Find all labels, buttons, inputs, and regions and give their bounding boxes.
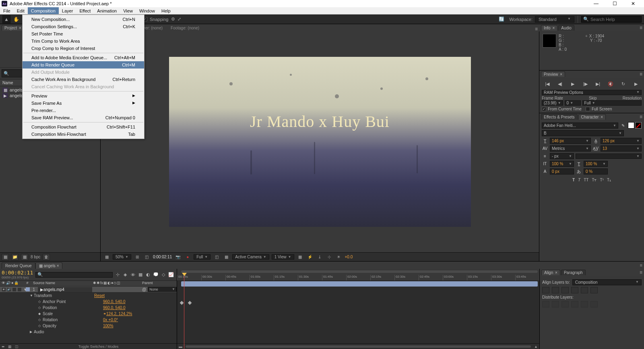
current-time[interactable]: 0:00:02:11 [153, 255, 172, 259]
view-layout-selector[interactable]: 1 View▼ [272, 254, 294, 260]
distribute-top-button[interactable] [542, 301, 549, 307]
bold-button[interactable]: T [572, 178, 575, 182]
pickwhip-icon[interactable]: @ [142, 287, 146, 292]
close-icon[interactable]: × [552, 26, 555, 30]
align-tab[interactable]: Align × [541, 270, 560, 275]
video-toggle[interactable]: 👁 [2, 287, 6, 292]
current-timecode[interactable]: 0:00:02:11 [2, 270, 32, 276]
panel-menu-icon[interactable]: ≡ [640, 71, 642, 77]
property-row[interactable]: ◇Anchor Point960.0, 540.0 [0, 299, 177, 305]
distribute-left-button[interactable] [571, 301, 578, 307]
transform-group[interactable]: Transform [34, 293, 94, 298]
snapping-options-icon[interactable]: ⚙ [171, 17, 175, 22]
preview-tab[interactable]: Preview × [541, 71, 565, 77]
layer-duration-bar[interactable] [181, 281, 538, 287]
stroke-style-select[interactable]: ▼ [576, 154, 642, 159]
horizontal-scale-input[interactable]: 100 %▼ [584, 161, 608, 167]
close-button[interactable]: ✕ [624, 0, 642, 7]
vertical-scale-input[interactable]: 100 %▼ [550, 161, 574, 167]
interpret-footage-button[interactable]: ▦ [2, 254, 9, 260]
name-column[interactable]: Name [2, 81, 13, 85]
layer-name[interactable]: ▶ angels.mp4 [38, 287, 92, 292]
zoom-selector[interactable]: 50%▼ [113, 254, 131, 260]
preview-resolution-select[interactable]: Full▼ [582, 100, 642, 106]
grid-icon[interactable]: ⊞ [134, 254, 141, 260]
comp-mini-flowchart-icon[interactable]: ⊹ [114, 272, 121, 278]
audio-toggle[interactable]: 🔊 [7, 287, 11, 292]
menu-animation[interactable]: Animation [94, 7, 120, 14]
minimize-button[interactable]: — [587, 0, 605, 7]
audio-tab[interactable]: Audio [558, 25, 574, 31]
smallcaps-button[interactable]: Tᴛ [592, 178, 597, 182]
menu-item[interactable]: Composition Mini-FlowchartTab [23, 131, 144, 138]
paragraph-tab[interactable]: Paragraph [561, 270, 586, 275]
close-icon[interactable]: × [19, 26, 21, 30]
distribute-hcenter-button[interactable] [581, 301, 588, 307]
snapping-toggle[interactable]: ✓ Snapping ⚙ ⤢ [143, 17, 181, 22]
tsume-input[interactable]: 0 % [584, 168, 608, 174]
camera-selector[interactable]: Active Camera▼ [232, 254, 269, 260]
menu-item[interactable]: Add Output Module [23, 69, 144, 76]
full-screen-checkbox[interactable]: Full Screen [586, 107, 612, 111]
timeline-tracks[interactable]: 00:15s00:30s00:45s01:00s01:15s01:30s01:4… [177, 269, 539, 349]
align-hcenter-button[interactable] [552, 287, 559, 293]
eyedropper-icon[interactable]: ✎ [620, 123, 626, 128]
align-top-button[interactable] [571, 287, 578, 293]
property-row[interactable]: ◇Position960.0, 540.0 [0, 305, 177, 311]
menu-window[interactable]: Window [136, 7, 158, 14]
toggle-switches-button[interactable]: Toggle Switches / Modes [22, 345, 175, 349]
mute-button[interactable]: 🔇 [607, 80, 615, 87]
effects-presets-tab[interactable]: Effects & Presets [541, 114, 578, 120]
close-icon[interactable]: × [560, 72, 562, 77]
menu-item[interactable]: Add to Render QueueCtrl+M [23, 61, 144, 69]
graph-editor-icon[interactable]: 📈 [168, 272, 174, 278]
from-current-time-checkbox[interactable]: ✓From Current Time [542, 107, 582, 111]
menu-item[interactable]: Crop Comp to Region of Interest [23, 45, 144, 52]
stopwatch-icon[interactable]: ◆ [37, 312, 42, 316]
menu-item[interactable]: Save Frame As▶ [23, 100, 144, 107]
fast-previews-icon[interactable]: ⚡ [306, 254, 314, 260]
timeline-search[interactable]: 🔍 [35, 272, 113, 278]
flowchart-icon[interactable]: ⊹ [326, 254, 333, 260]
frame-rate-select[interactable]: (23.98)▼ [542, 100, 563, 106]
menu-item[interactable]: Preview▶ [23, 92, 144, 100]
panel-menu-icon[interactable]: ≡ [535, 26, 538, 32]
menu-item[interactable]: Add to Adobe Media Encoder Queue...Ctrl+… [23, 54, 144, 61]
twirl-icon[interactable]: ▶ [30, 330, 34, 334]
lock-column-icon[interactable]: 🔒 [14, 281, 19, 286]
align-right-button[interactable] [561, 287, 569, 293]
panel-menu-icon[interactable]: ≡ [640, 114, 642, 120]
frame-blend-icon[interactable]: ◫ [15, 345, 19, 349]
panel-menu-icon[interactable]: ≡ [640, 263, 642, 268]
tracking-input[interactable]: 13▼ [601, 145, 642, 152]
keyframe[interactable] [180, 301, 184, 305]
audio-group[interactable]: Audio [34, 330, 94, 334]
menu-item[interactable]: Save RAM Preview...Ctrl+Numpad 0 [23, 114, 144, 121]
render-queue-tab[interactable]: Render Queue [2, 262, 35, 269]
align-bottom-button[interactable] [590, 287, 598, 293]
hide-shy-icon[interactable]: 👁 [130, 272, 136, 278]
first-frame-button[interactable]: |◀ [543, 80, 551, 87]
italic-button[interactable]: T [578, 178, 580, 182]
info-tab[interactable]: Info × [541, 25, 557, 31]
property-row[interactable]: ◇Rotation0x +0.0° [0, 317, 177, 323]
align-vcenter-button[interactable] [581, 287, 588, 293]
leading-input[interactable]: 126 px▼ [601, 138, 642, 144]
hand-tool[interactable]: ✋ [12, 15, 20, 23]
workspace-dropdown[interactable]: Standard▼ [535, 16, 574, 23]
menu-effect[interactable]: Effect [76, 7, 94, 14]
stopwatch-icon[interactable]: ◇ [37, 324, 42, 328]
timeline-comp-tab[interactable]: ▦ angels × [35, 262, 63, 269]
ram-preview-options[interactable]: RAM Preview Options▼ [542, 90, 642, 95]
fill-color-swatch[interactable] [628, 122, 634, 129]
loop-button[interactable]: ↻ [619, 80, 627, 87]
property-row[interactable]: ◆Scale⚭ 124.2, 124.2% [0, 311, 177, 317]
viewer-area[interactable]: Jr Mando x Huy Bui [101, 31, 539, 252]
new-folder-button[interactable]: 📁 [11, 254, 19, 260]
roi-icon[interactable]: ◫ [213, 254, 220, 260]
show-channel-icon[interactable]: ● [184, 254, 191, 260]
prev-frame-button[interactable]: ◀| [556, 80, 564, 87]
color-depth[interactable]: 8 bpc [31, 255, 40, 259]
distribute-vcenter-button[interactable] [552, 301, 559, 307]
work-area-bar[interactable] [181, 270, 538, 273]
